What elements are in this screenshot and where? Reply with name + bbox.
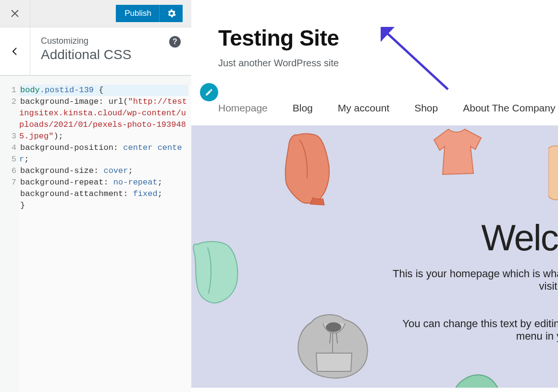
hero-headline: Welco	[481, 217, 558, 258]
nav-item-homepage[interactable]: Homepage	[218, 102, 268, 114]
editor-code[interactable]: body.postid-139 {background-image: url("…	[19, 85, 191, 392]
publish-button[interactable]: Publish	[116, 5, 183, 22]
site-tagline: Just another WordPress site	[218, 58, 558, 69]
breadcrumb: Customizing	[41, 36, 182, 46]
close-customizer-button[interactable]	[0, 0, 30, 27]
customizer-sidebar: Publish Customizing Additional CSS ? 12 …	[0, 0, 191, 392]
nav-item-my-account[interactable]: My account	[338, 102, 389, 114]
site-title[interactable]: Testing Site	[218, 25, 558, 51]
site-preview: Testing Site Just another WordPress site…	[191, 0, 558, 392]
tshirt-illustration	[429, 125, 496, 178]
help-icon: ?	[173, 37, 177, 46]
nav-item-about-the-company[interactable]: About The Company	[463, 102, 555, 114]
pencil-icon	[205, 88, 213, 97]
edit-shortcut-button[interactable]	[200, 83, 218, 101]
help-button[interactable]: ?	[169, 36, 181, 48]
nav-item-blog[interactable]: Blog	[293, 102, 313, 114]
green-shirt-illustration	[451, 373, 504, 388]
chevron-left-icon	[10, 47, 20, 56]
nav-item-shop[interactable]: Shop	[414, 102, 438, 114]
css-editor[interactable]: 12 34567 body.postid-139 {background-ima…	[0, 75, 191, 392]
nav-menu: HomepageBlogMy accountShopAbout The Comp…	[191, 95, 558, 122]
garment-illustration	[548, 144, 558, 201]
close-icon	[11, 9, 19, 18]
editor-gutter: 12 34567	[0, 85, 19, 392]
gear-icon	[167, 9, 176, 18]
section-title: Additional CSS	[41, 47, 182, 62]
hero-paragraph-2: You can change this text by editing th m…	[212, 318, 558, 343]
publish-label: Publish	[124, 9, 151, 18]
hero-paragraph-1: This is your homepage which is what m vi…	[212, 268, 558, 293]
back-button[interactable]	[0, 27, 30, 75]
hero-section: Welco This is your homepage which is wha…	[191, 125, 558, 388]
pants-illustration	[275, 130, 343, 207]
